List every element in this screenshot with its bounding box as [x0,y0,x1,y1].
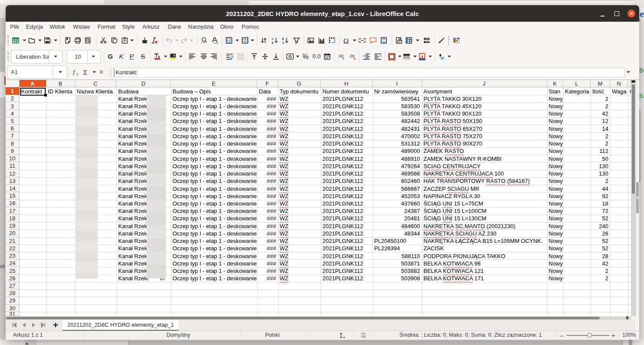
svg-text:Σ: Σ [83,69,88,76]
svg-text:a: a [282,40,284,44]
svg-text:.00: .00 [349,53,355,58]
svg-text:.00: .00 [338,53,343,58]
svg-text:Ω: Ω [343,37,349,44]
svg-text:×: × [76,72,78,76]
svg-text:z: z [272,40,273,44]
svg-text:f: f [73,69,76,76]
